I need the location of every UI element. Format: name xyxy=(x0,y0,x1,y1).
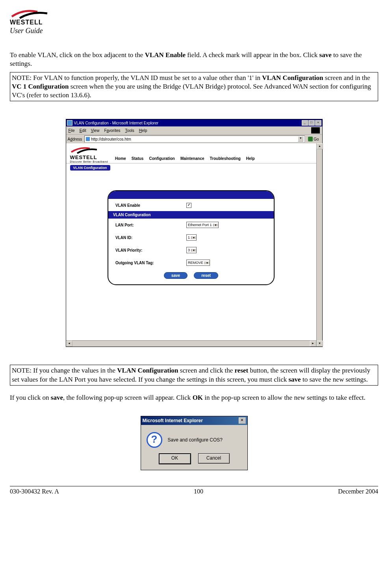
westell-swoosh-icon xyxy=(70,146,98,154)
vlan-id-select[interactable]: 1 ▼ xyxy=(186,234,197,241)
chevron-down-icon: ▼ xyxy=(191,249,196,252)
vlan-enable-checkbox[interactable]: ✓ xyxy=(186,203,191,208)
popup-title-text: Microsoft Internet Explorer xyxy=(143,418,203,423)
ie-addressbar: Address http://dslrouter/cos.htm ▼ Go xyxy=(66,134,322,143)
go-button[interactable]: Go xyxy=(306,137,320,141)
save-button[interactable]: save xyxy=(164,272,188,279)
nav-maintenance[interactable]: Maintenance xyxy=(180,156,204,161)
popup-close-button[interactable]: × xyxy=(239,417,246,424)
vlan-enable-row: VLAN Enable ✓ xyxy=(108,200,274,211)
close-button[interactable]: × xyxy=(315,120,321,126)
ie-throbber-icon xyxy=(311,127,320,134)
ie-window: VLAN Configuration - Microsoft Internet … xyxy=(66,119,323,347)
nav-help[interactable]: Help xyxy=(246,156,255,161)
menu-tools[interactable]: Tools xyxy=(125,128,134,133)
outgoing-vlan-tag-row: Outgoing VLAN Tag: REMOVE ▼ xyxy=(108,256,274,269)
outgoing-vlan-tag-label: Outgoing VLAN Tag: xyxy=(115,261,186,265)
vlan-config-heading: VLAN Configuration xyxy=(108,211,274,219)
popup-body: ? Save and configure COS? xyxy=(141,425,247,452)
footer-page-number: 100 xyxy=(194,488,203,495)
ok-button[interactable]: OK xyxy=(159,453,191,464)
vlan-id-row: VLAN ID: 1 ▼ xyxy=(108,231,274,244)
nav-home[interactable]: Home xyxy=(115,156,126,161)
brand-name: WESTELL xyxy=(10,19,378,26)
vlan-priority-label: VLAN Priority: xyxy=(115,248,186,252)
address-input[interactable]: http://dslrouter/cos.htm ▼ xyxy=(84,135,305,143)
menu-edit[interactable]: Edit xyxy=(80,128,86,133)
main-screenshot: VLAN Configuration - Microsoft Internet … xyxy=(10,119,378,347)
scroll-left-icon[interactable]: ◄ xyxy=(66,341,72,347)
ie-menubar: File Edit View Favorites Tools Help xyxy=(66,126,322,134)
ie-titlebar: VLAN Configuration - Microsoft Internet … xyxy=(66,119,322,126)
vlan-priority-select[interactable]: 3 ▼ xyxy=(186,247,197,253)
page-header: WESTELL User Guide xyxy=(10,8,378,35)
note-box-2: NOTE: If you change the values in the VL… xyxy=(10,365,378,385)
popup-titlebar: Microsoft Internet Explorer × xyxy=(141,416,247,425)
panel-topbar xyxy=(108,191,274,200)
reset-button[interactable]: reset xyxy=(194,272,218,279)
vlan-priority-row: VLAN Priority: 3 ▼ xyxy=(108,244,274,256)
scroll-up-icon[interactable]: ▲ xyxy=(317,143,323,149)
panel-buttons: save reset xyxy=(108,269,274,284)
popup-buttons: OK Cancel xyxy=(141,452,247,470)
scroll-down-icon[interactable]: ▼ xyxy=(317,341,323,347)
doc-title: User Guide xyxy=(10,27,378,35)
brand-logo: WESTELL xyxy=(10,8,378,26)
chevron-down-icon: ▼ xyxy=(204,262,210,264)
horizontal-scrollbar[interactable]: ◄ ► xyxy=(66,340,316,347)
nav-troubleshooting[interactable]: Troubleshooting xyxy=(210,156,241,161)
page-footer: 030-300432 Rev. A 100 December 2004 xyxy=(10,486,378,495)
popup-window: Microsoft Internet Explorer × ? Save and… xyxy=(141,416,248,470)
intro-paragraph: To enable VLAN, click on the box adjacen… xyxy=(10,51,378,68)
ie-app-icon xyxy=(67,120,72,126)
menu-file[interactable]: File xyxy=(69,128,75,133)
vlan-config-panel: VLAN Enable ✓ VLAN Configuration LAN Por… xyxy=(108,190,275,285)
popup-message: Save and configure COS? xyxy=(168,437,223,443)
lan-port-row: LAN Port: Ethernet Port 1 ▼ xyxy=(108,219,274,231)
popup-screenshot: Microsoft Internet Explorer × ? Save and… xyxy=(10,416,378,470)
lan-port-select[interactable]: Ethernet Port 1 ▼ xyxy=(186,222,219,228)
go-icon xyxy=(308,137,313,141)
vertical-scrollbar[interactable]: ▲ ▼ xyxy=(316,143,322,347)
question-icon: ? xyxy=(147,432,162,448)
menu-help[interactable]: Help xyxy=(139,128,147,133)
router-logo: WESTELL Discover Better Broadband xyxy=(70,146,108,163)
address-dropdown-icon[interactable]: ▼ xyxy=(298,136,303,142)
footer-doc-number: 030-300432 Rev. A xyxy=(10,488,59,495)
vlan-enable-label: VLAN Enable xyxy=(115,203,186,208)
westell-swoosh-icon xyxy=(10,8,49,19)
router-subtab-row: VLAN Configuration xyxy=(70,165,312,171)
chevron-down-icon: ▼ xyxy=(191,236,196,239)
ie-title-text: VLAN Configuration - Microsoft Internet … xyxy=(74,121,159,125)
subtab-vlan-configuration[interactable]: VLAN Configuration xyxy=(70,165,110,171)
footer-date: December 2004 xyxy=(338,488,378,495)
chevron-down-icon: ▼ xyxy=(213,224,218,226)
lan-port-label: LAN Port: xyxy=(115,223,186,227)
scroll-right-icon[interactable]: ► xyxy=(310,341,316,347)
minimize-button[interactable]: _ xyxy=(302,120,308,126)
menu-view[interactable]: View xyxy=(91,128,100,133)
ie-content-area: WESTELL Discover Better Broadband Home S… xyxy=(66,143,316,340)
maximize-button[interactable]: □ xyxy=(308,120,315,126)
nav-configuration[interactable]: Configuration xyxy=(149,156,175,161)
note-box-1: NOTE: For VLAN to function properly, the… xyxy=(10,72,378,101)
cancel-button[interactable]: Cancel xyxy=(198,453,230,464)
page-icon xyxy=(86,137,90,141)
router-header: WESTELL Discover Better Broadband Home S… xyxy=(66,143,316,163)
address-url-text: http://dslrouter/cos.htm xyxy=(91,137,131,141)
outgoing-vlan-tag-select[interactable]: REMOVE ▼ xyxy=(186,260,210,266)
address-label: Address xyxy=(68,137,82,141)
nav-status[interactable]: Status xyxy=(132,156,144,161)
popup-intro-paragraph: If you click on save, the following pop-… xyxy=(10,393,378,402)
router-nav: Home Status Configuration Maintenance Tr… xyxy=(115,156,254,163)
menu-favorites[interactable]: Favorites xyxy=(104,128,120,133)
vlan-id-label: VLAN ID: xyxy=(115,236,186,240)
